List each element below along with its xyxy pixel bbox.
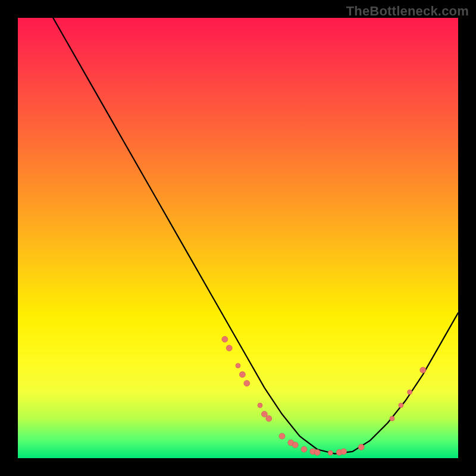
curve-svg — [18, 18, 458, 458]
data-marker — [244, 380, 250, 386]
data-marker — [279, 433, 285, 439]
data-marker — [239, 371, 245, 377]
data-marker — [341, 449, 347, 455]
chart-container: TheBottleneck.com — [0, 0, 476, 476]
data-marker — [236, 364, 240, 368]
watermark-text: TheBottleneck.com — [346, 4, 469, 19]
data-marker — [226, 345, 232, 351]
data-marker — [390, 416, 394, 421]
data-marker — [222, 336, 228, 342]
data-marker — [399, 403, 403, 408]
data-marker — [408, 390, 412, 394]
data-marker — [266, 415, 272, 421]
data-marker — [420, 367, 426, 373]
data-marker — [261, 411, 267, 417]
data-marker — [258, 403, 262, 408]
data-marker — [328, 450, 333, 455]
data-marker — [314, 449, 320, 455]
data-marker — [358, 444, 364, 450]
data-marker — [301, 446, 307, 452]
data-marker — [292, 442, 298, 448]
bottleneck-curve — [53, 18, 458, 454]
plot-area — [18, 18, 458, 458]
data-markers — [222, 336, 426, 455]
